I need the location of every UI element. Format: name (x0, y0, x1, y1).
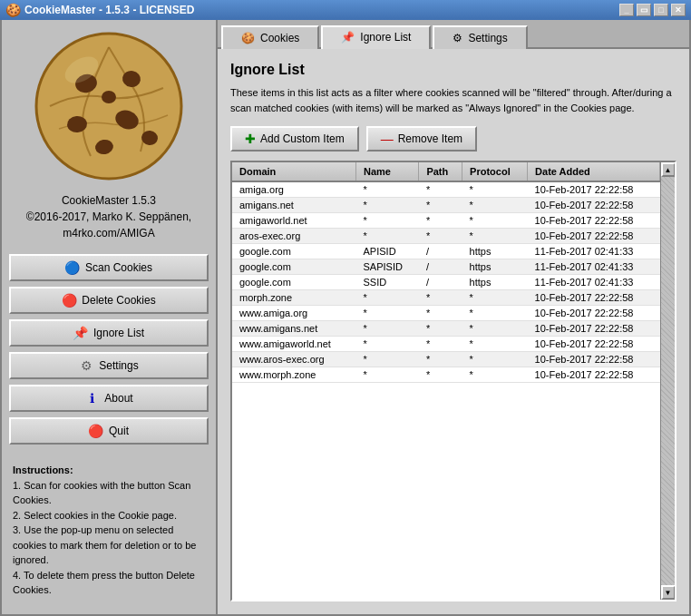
about-button[interactable]: ℹ About (9, 385, 209, 412)
cell-dateAdded: 11-Feb-2017 02:41:33 (528, 259, 660, 275)
cell-domain: www.morph.zone (232, 367, 356, 383)
cell-protocol: * (462, 352, 528, 367)
delete-cookies-button[interactable]: 🔴 Delete Cookies (9, 287, 209, 314)
cell-dateAdded: 10-Feb-2017 22:22:58 (528, 198, 660, 213)
table-row[interactable]: www.morph.zone***10-Feb-2017 22:22:58 (232, 367, 660, 383)
tab-settings-label: Settings (468, 32, 507, 44)
cell-dateAdded: 10-Feb-2017 22:22:58 (528, 181, 660, 198)
action-buttons: ✚ Add Custom Item — Remove Item (230, 126, 676, 152)
ignore-list-table: Domain Name Path Protocol Date Added ami… (232, 162, 660, 383)
content-title: Ignore List (230, 62, 676, 78)
table-row[interactable]: amiga.org***10-Feb-2017 22:22:58 (232, 181, 660, 198)
table-row[interactable]: google.comSSID/https11-Feb-2017 02:41:33 (232, 275, 660, 290)
cell-domain: amigans.net (232, 198, 356, 213)
scroll-track[interactable] (661, 177, 676, 585)
table-row[interactable]: google.comAPISID/https11-Feb-2017 02:41:… (232, 244, 660, 259)
cell-dateAdded: 10-Feb-2017 22:22:58 (528, 290, 660, 306)
table-row[interactable]: aros-exec.org***10-Feb-2017 22:22:58 (232, 229, 660, 244)
window-title: CookieMaster - 1.5.3 - LICENSED (24, 4, 194, 16)
cookie-logo (32, 29, 186, 183)
tab-ignore-list[interactable]: 📌 Ignore List (321, 25, 431, 49)
cell-domain: amiga.org (232, 181, 356, 198)
cell-dateAdded: 10-Feb-2017 22:22:58 (528, 306, 660, 321)
cell-protocol: * (462, 198, 528, 213)
add-icon: ✚ (245, 132, 256, 146)
cell-protocol: https (462, 259, 528, 275)
column-domain[interactable]: Domain (232, 162, 356, 181)
cell-domain: amigaworld.net (232, 213, 356, 229)
remove-icon: — (381, 132, 394, 146)
cell-name: * (356, 306, 419, 321)
column-protocol[interactable]: Protocol (462, 162, 528, 181)
table-row[interactable]: morph.zone***10-Feb-2017 22:22:58 (232, 290, 660, 306)
maximize-button[interactable]: □ (654, 4, 668, 16)
cell-dateAdded: 10-Feb-2017 22:22:58 (528, 229, 660, 244)
cell-name: * (356, 352, 419, 367)
column-path[interactable]: Path (419, 162, 462, 181)
quit-button[interactable]: 🔴 Quit (9, 417, 209, 445)
cell-protocol: * (462, 213, 528, 229)
table-row[interactable]: www.amigans.net***10-Feb-2017 22:22:58 (232, 321, 660, 337)
cell-path: * (419, 181, 462, 198)
cell-name: * (356, 290, 419, 306)
cell-dateAdded: 10-Feb-2017 22:22:58 (528, 321, 660, 337)
cell-protocol: https (462, 244, 528, 259)
scroll-up-button[interactable]: ▲ (661, 162, 676, 177)
table-row[interactable]: google.comSAPISID/https11-Feb-2017 02:41… (232, 259, 660, 275)
remove-item-button[interactable]: — Remove Item (366, 126, 477, 152)
add-custom-item-label: Add Custom Item (260, 132, 345, 145)
tab-settings-icon: ⚙ (453, 32, 462, 44)
remove-item-label: Remove Item (398, 132, 462, 145)
table-row[interactable]: amigaworld.net***10-Feb-2017 22:22:58 (232, 213, 660, 229)
cell-name: * (356, 198, 419, 213)
cell-dateAdded: 11-Feb-2017 02:41:33 (528, 244, 660, 259)
cell-name: SAPISID (356, 259, 419, 275)
ignore-list-label: Ignore List (93, 327, 144, 339)
cell-protocol: * (462, 306, 528, 321)
instruction-step-3: 3. Use the pop-up menu on selected cooki… (13, 523, 205, 568)
cell-dateAdded: 11-Feb-2017 02:41:33 (528, 275, 660, 290)
scroll-down-button[interactable]: ▼ (661, 585, 676, 600)
cell-path: * (419, 352, 462, 367)
scan-cookies-label: Scan Cookies (85, 261, 152, 274)
tab-cookies-icon: 🍪 (241, 32, 255, 44)
cell-name: SSID (356, 275, 419, 290)
cell-name: * (356, 321, 419, 337)
tab-cookies[interactable]: 🍪 Cookies (221, 25, 319, 49)
table-row[interactable]: www.aros-exec.org***10-Feb-2017 22:22:58 (232, 352, 660, 367)
table-row[interactable]: www.amiga.org***10-Feb-2017 22:22:58 (232, 306, 660, 321)
table-row[interactable]: www.amigaworld.net***10-Feb-2017 22:22:5… (232, 337, 660, 352)
cell-path: * (419, 229, 462, 244)
cell-path: * (419, 367, 462, 383)
tab-settings[interactable]: ⚙ Settings (433, 25, 527, 49)
add-custom-item-button[interactable]: ✚ Add Custom Item (230, 126, 359, 152)
column-name[interactable]: Name (356, 162, 419, 181)
vertical-scrollbar[interactable]: ▲ ▼ (660, 162, 675, 600)
settings-sidebar-icon: ⚙ (79, 358, 93, 373)
delete-cookies-label: Delete Cookies (82, 294, 155, 307)
quit-icon: 🔴 (89, 424, 103, 438)
ignore-list-button[interactable]: 📌 Ignore List (9, 319, 209, 347)
table-row[interactable]: amigans.net***10-Feb-2017 22:22:58 (232, 198, 660, 213)
cell-dateAdded: 10-Feb-2017 22:22:58 (528, 352, 660, 367)
svg-point-7 (102, 91, 116, 103)
restore-button[interactable]: ▭ (637, 4, 651, 16)
svg-point-0 (36, 34, 181, 179)
cell-protocol: * (462, 290, 528, 306)
tab-bar: 🍪 Cookies 📌 Ignore List ⚙ Settings (218, 20, 689, 49)
settings-sidebar-button[interactable]: ⚙ Settings (9, 352, 209, 379)
instruction-step-1: 1. Scan for cookies with the button Scan… (13, 478, 205, 508)
close-button[interactable]: ✕ (671, 4, 686, 16)
scan-cookies-button[interactable]: 🔵 Scan Cookies (9, 254, 209, 281)
title-bar-icon: 🍪 CookieMaster - 1.5.3 - LICENSED (5, 3, 194, 17)
column-date-added[interactable]: Date Added (528, 162, 660, 181)
cell-domain: www.aros-exec.org (232, 352, 356, 367)
cell-name: * (356, 229, 419, 244)
cell-domain: morph.zone (232, 290, 356, 306)
content-description: These items in this list acts as a filte… (230, 85, 676, 115)
minimize-button[interactable]: _ (619, 4, 634, 16)
cell-domain: www.amiga.org (232, 306, 356, 321)
main-window: CookieMaster 1.5.3 ©2016-2017, Marko K. … (0, 20, 691, 616)
cell-path: * (419, 321, 462, 337)
app-name: CookieMaster 1.5.3 (26, 192, 191, 209)
